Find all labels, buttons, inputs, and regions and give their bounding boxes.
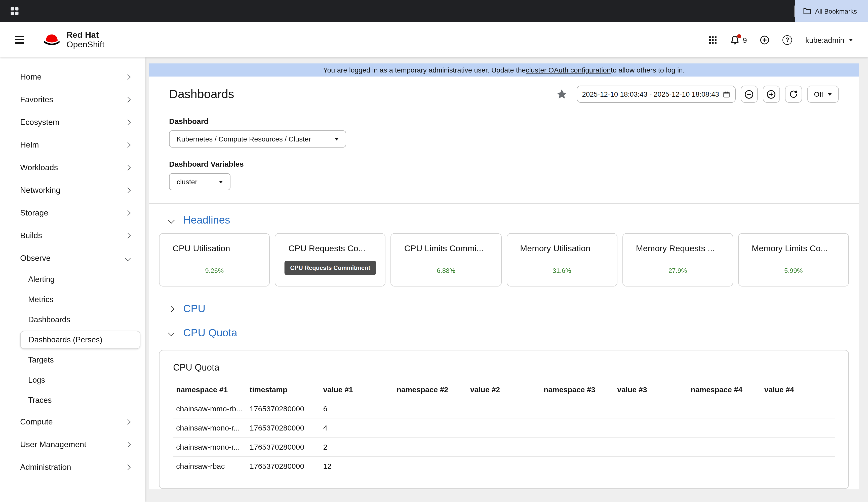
- cell-timestamp: 1765370280000: [247, 456, 320, 475]
- cpu-quota-panel: CPU Quota namespace #1 timestamp value #…: [159, 350, 849, 489]
- cell-value-3: [614, 399, 688, 418]
- caret-down-icon: [828, 93, 832, 96]
- stat-card-memory-utilisation: Memory Utilisation 31.6%: [506, 233, 617, 287]
- sidebar-item-label: Metrics: [28, 295, 53, 304]
- sidebar-item-label: Helm: [20, 140, 39, 149]
- cell-namespace-4: [688, 437, 761, 456]
- notification-badge: [737, 34, 741, 38]
- sidebar-item-label: Favorites: [20, 95, 53, 104]
- brand-logo: Red Hat OpenShift: [42, 30, 104, 49]
- sidebar-item-alerting[interactable]: Alerting: [0, 269, 145, 290]
- brand-name-top: Red Hat: [66, 30, 104, 40]
- cell-value-2: [467, 399, 541, 418]
- refresh-interval-dropdown[interactable]: Off: [807, 86, 839, 103]
- cpu-quota-table: namespace #1 timestamp value #1 namespac…: [173, 381, 835, 475]
- sidebar-item-user-management[interactable]: User Management: [0, 433, 145, 456]
- cell-value-1: 4: [320, 418, 393, 437]
- sidebar-item-label: Logs: [28, 375, 45, 385]
- masthead: Red Hat OpenShift 9 ? kube:adm: [0, 22, 868, 57]
- column-header: value #1: [320, 381, 393, 399]
- sidebar-item-label: Storage: [20, 208, 48, 217]
- cell-namespace-4: [688, 418, 761, 437]
- all-bookmarks-button[interactable]: All Bookmarks: [795, 0, 868, 22]
- chevron-down-icon: [168, 217, 174, 223]
- table-row: chainsaw-rbac 1765370280000 12: [173, 456, 835, 475]
- cpu-section-toggle[interactable]: CPU: [149, 303, 859, 315]
- table-header-row: namespace #1 timestamp value #1 namespac…: [173, 381, 835, 399]
- sidebar-item-builds[interactable]: Builds: [0, 224, 145, 247]
- star-icon: [556, 89, 567, 100]
- sidebar-item-storage[interactable]: Storage: [0, 201, 145, 224]
- zoom-out-button[interactable]: [741, 86, 757, 103]
- sidebar-item-compute[interactable]: Compute: [0, 410, 145, 433]
- sidebar-item-label: Targets: [28, 355, 54, 364]
- caret-down-icon: [334, 138, 339, 140]
- cell-value-1: 6: [320, 399, 393, 418]
- cell-value-1: 2: [320, 437, 393, 456]
- plus-circle-icon: [766, 89, 776, 99]
- nav-toggle-button[interactable]: [15, 36, 24, 43]
- stat-card-title: Memory Utilisation: [520, 244, 610, 254]
- calendar-icon: [723, 90, 730, 99]
- sidebar-item-targets[interactable]: Targets: [0, 350, 145, 370]
- quick-create-button[interactable]: [760, 35, 769, 44]
- notification-count: 9: [743, 36, 747, 44]
- app-launcher-button[interactable]: [709, 36, 717, 44]
- chevron-down-icon: [125, 255, 131, 261]
- page-title: Dashboards: [169, 87, 234, 101]
- sidebar-item-helm[interactable]: Helm: [0, 133, 145, 156]
- sidebar-item-networking[interactable]: Networking: [0, 179, 145, 201]
- table-row: chainsaw-mmo-rb... 1765370280000 6: [173, 399, 835, 418]
- caret-down-icon: [219, 181, 223, 183]
- stat-card-title: Memory Limits Co...: [752, 244, 841, 254]
- cell-namespace-3: [541, 399, 614, 418]
- sidebar-item-workloads[interactable]: Workloads: [0, 156, 145, 179]
- user-menu[interactable]: kube:admin: [805, 36, 853, 44]
- headlines-section-toggle[interactable]: Headlines: [149, 214, 859, 226]
- sidebar-item-ecosystem[interactable]: Ecosystem: [0, 111, 145, 133]
- sidebar-item-dashboards[interactable]: Dashboards: [0, 310, 145, 330]
- sidebar-item-label: Home: [20, 72, 42, 81]
- sidebar-item-dashboards-perses[interactable]: Dashboards (Perses): [20, 331, 141, 349]
- oauth-config-link[interactable]: cluster OAuth configuration: [526, 66, 611, 74]
- sidebar-item-logs[interactable]: Logs: [0, 370, 145, 390]
- refresh-button[interactable]: [785, 86, 802, 103]
- chevron-right-icon: [125, 442, 131, 448]
- column-header: namespace #3: [541, 381, 614, 399]
- cell-namespace-4: [688, 399, 761, 418]
- notifications-button[interactable]: [730, 35, 740, 44]
- cell-timestamp: 1765370280000: [247, 399, 320, 418]
- cpu-quota-section-toggle[interactable]: CPU Quota: [149, 327, 859, 339]
- folder-icon: [803, 8, 811, 14]
- sidebar-item-label: Traces: [28, 396, 52, 405]
- help-button[interactable]: ?: [783, 35, 792, 44]
- minus-circle-icon: [744, 89, 754, 99]
- sidebar-item-traces[interactable]: Traces: [0, 390, 145, 410]
- banner-text-suffix: to allow others to log in.: [611, 66, 685, 74]
- stat-card-cpu-limits-commitment: CPU Limits Commi... 6.88%: [391, 233, 502, 287]
- chevron-right-icon: [125, 142, 131, 148]
- sidebar-item-metrics[interactable]: Metrics: [0, 290, 145, 310]
- chevron-down-icon: [168, 330, 174, 336]
- cell-namespace-1: chainsaw-mono-r...: [173, 437, 247, 456]
- stat-card-title: CPU Limits Commi...: [404, 244, 494, 254]
- dashboard-select-value: Kubernetes / Compute Resources / Cluster: [177, 135, 311, 143]
- favorite-star-button[interactable]: [556, 89, 567, 100]
- cpu-section-title: CPU: [183, 303, 206, 315]
- browser-top-bar: All Bookmarks: [0, 0, 868, 22]
- cluster-variable-select[interactable]: cluster: [169, 173, 230, 190]
- brand-name-bottom: OpenShift: [66, 40, 104, 49]
- sidebar-item-favorites[interactable]: Favorites: [0, 88, 145, 111]
- stat-card-value: 9.26%: [159, 267, 269, 274]
- sidebar-item-home[interactable]: Home: [0, 66, 145, 88]
- stat-card-cpu-utilisation: CPU Utilisation 9.26%: [159, 233, 270, 287]
- dashboard-select[interactable]: Kubernetes / Compute Resources / Cluster: [169, 130, 346, 148]
- stat-card-cpu-requests-commitment: CPU Requests Co... CPU Requests Commitme…: [275, 233, 385, 287]
- sidebar-item-observe[interactable]: Observe: [0, 247, 145, 269]
- sidebar-item-label: Dashboards: [28, 315, 70, 324]
- tab-grid-icon[interactable]: [10, 7, 19, 16]
- sidebar-item-administration[interactable]: Administration: [0, 456, 145, 478]
- time-range-input[interactable]: 2025-12-10 18:03:43 - 2025-12-10 18:08:4…: [576, 86, 735, 103]
- stat-card-value: 31.6%: [507, 267, 617, 274]
- zoom-in-button[interactable]: [763, 86, 780, 103]
